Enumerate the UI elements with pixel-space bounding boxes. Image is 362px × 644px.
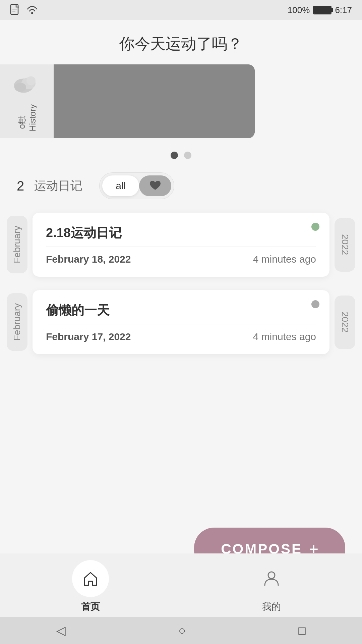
person-icon: [263, 570, 280, 587]
status-bar: 100% 6:17: [0, 0, 362, 20]
bottom-nav: 首页 我的: [0, 553, 362, 617]
banner-gray-area: [54, 64, 255, 138]
month-label-feb-2: February: [7, 293, 27, 351]
banner-side-text: 弹 of History: [16, 94, 38, 131]
filter-all-btn[interactable]: all: [102, 175, 139, 196]
nav-item-home[interactable]: 首页: [0, 560, 181, 613]
heart-icon: [149, 180, 161, 191]
home-icon: [82, 570, 99, 587]
dot-1: [171, 152, 178, 159]
journal-list: February 2.18运动日记 February 18, 2022 4 mi…: [0, 213, 362, 354]
svg-point-8: [268, 572, 275, 579]
banner-card[interactable]: 弹 of History: [0, 64, 255, 138]
svg-point-6: [14, 83, 26, 92]
status-dot-gray: [311, 300, 319, 308]
filter-toggle[interactable]: all: [99, 172, 174, 199]
home-icon-wrap: [72, 560, 109, 597]
month-label-feb-1: February: [7, 216, 27, 273]
gesture-bar: ◁ ○ □: [0, 617, 362, 644]
journal-title-1: 2.18运动日记: [46, 224, 316, 241]
journal-date-2: February 17, 2022: [46, 331, 131, 342]
divider-2: [46, 324, 316, 324]
journal-card-2[interactable]: 偷懒的一天 February 17, 2022 4 minutes ago: [33, 290, 329, 354]
dot-2: [184, 152, 191, 159]
journal-time-2: 4 minutes ago: [253, 331, 316, 342]
filter-row: 2 运动日记 all: [0, 172, 362, 199]
svg-point-7: [26, 76, 36, 85]
banner-section: 弹 of History: [0, 64, 362, 138]
exercise-icon: [12, 71, 42, 94]
back-icon: ◁: [56, 624, 66, 638]
mine-label: 我的: [262, 600, 281, 613]
journal-card-1[interactable]: 2.18运动日记 February 18, 2022 4 minutes ago: [33, 213, 329, 277]
journal-meta-2: February 17, 2022 4 minutes ago: [46, 331, 316, 342]
svg-point-3: [31, 12, 33, 14]
status-left: [10, 4, 39, 16]
journal-meta-1: February 18, 2022 4 minutes ago: [46, 254, 316, 265]
home-button[interactable]: ○: [178, 624, 186, 638]
nav-item-mine[interactable]: 我的: [181, 560, 362, 613]
journal-title-2: 偷懒的一天: [46, 302, 316, 319]
journal-item: February 偷懒的一天 February 17, 2022 4 minut…: [7, 290, 355, 354]
file-icon: [10, 4, 21, 16]
time-display: 6:17: [335, 5, 352, 15]
journal-count: 2: [17, 178, 24, 194]
battery-icon: [313, 6, 331, 14]
recent-icon: □: [298, 624, 306, 638]
home-label: 首页: [81, 600, 100, 613]
back-button[interactable]: ◁: [56, 624, 66, 638]
battery-percent: 100%: [288, 5, 310, 15]
status-dot-green: [311, 223, 319, 231]
home-circle-icon: ○: [178, 624, 186, 638]
year-label-2022-1: 2022: [335, 218, 355, 272]
status-right: 100% 6:17: [288, 5, 352, 15]
recent-button[interactable]: □: [298, 624, 306, 638]
journal-time-1: 4 minutes ago: [253, 254, 316, 265]
wifi-icon: [26, 5, 39, 15]
journal-date-1: February 18, 2022: [46, 254, 131, 265]
journal-label: 运动日记: [34, 178, 82, 194]
journal-item: February 2.18运动日记 February 18, 2022 4 mi…: [7, 213, 355, 277]
banner-left-panel: 弹 of History: [0, 64, 54, 138]
slider-dots: [0, 152, 362, 159]
divider-1: [46, 247, 316, 247]
page-title: 你今天运动了吗？: [0, 20, 362, 64]
filter-heart-btn[interactable]: [139, 175, 171, 196]
mine-icon-wrap: [253, 560, 290, 597]
year-label-2022-2: 2022: [335, 296, 355, 349]
